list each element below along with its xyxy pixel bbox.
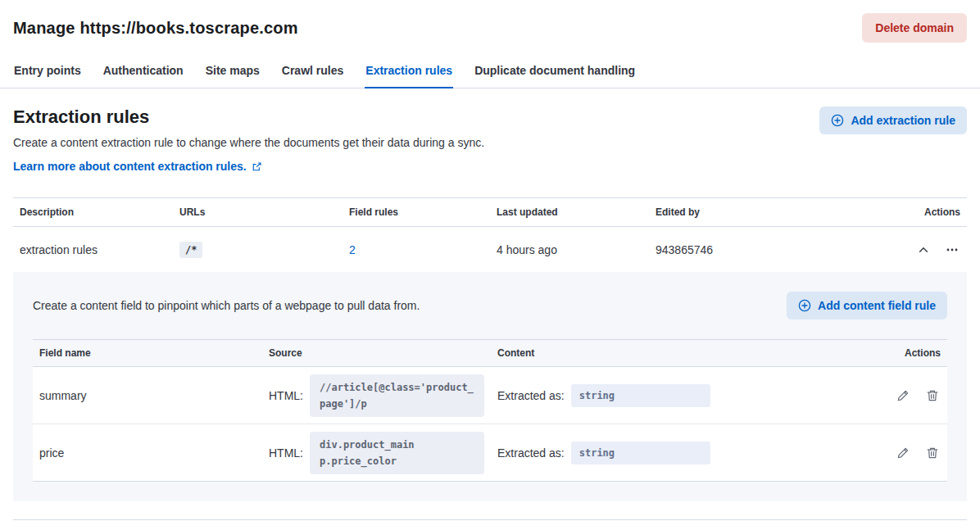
- field-row-actions: [873, 387, 947, 404]
- field-rules-panel: Create a content field to pinpoint which…: [13, 272, 967, 501]
- column-header-last-updated: Last updated: [490, 198, 649, 226]
- trash-icon: [926, 446, 939, 460]
- section-description: Create a content extraction rule to chan…: [13, 136, 484, 149]
- source-label: HTML:: [269, 446, 303, 460]
- edit-field-rule-button[interactable]: [895, 445, 911, 461]
- field-source-cell: HTML: div.product_main p.price_color: [262, 432, 491, 474]
- learn-more-link[interactable]: Learn more about content extraction rule…: [13, 160, 262, 173]
- pencil-icon: [896, 446, 910, 460]
- delete-field-rule-button[interactable]: [924, 387, 941, 404]
- add-extraction-rule-button[interactable]: Add extraction rule: [819, 106, 967, 134]
- rule-description: extraction rules: [13, 243, 173, 256]
- add-extraction-rule-label: Add extraction rule: [851, 114, 955, 127]
- field-content-cell: Extracted as: string: [491, 384, 873, 407]
- plus-circle-icon: [831, 114, 844, 127]
- rule-last-updated: 4 hours ago: [490, 243, 649, 256]
- ellipsis-icon: [946, 243, 959, 256]
- field-rules-panel-description: Create a content field to pinpoint which…: [33, 299, 420, 312]
- external-link-icon: [252, 161, 262, 172]
- source-selector-code: div.product_main p.price_color: [310, 432, 484, 474]
- extraction-rule-row: extraction rules /* 2 4 hours ago 943865…: [13, 227, 967, 272]
- page-title: Manage https://books.toscrape.com: [13, 19, 298, 38]
- extraction-rules-table: Description URLs Field rules Last update…: [13, 197, 967, 272]
- collapse-row-button[interactable]: [916, 242, 931, 257]
- field-content-cell: Extracted as: string: [491, 442, 873, 464]
- field-row-actions: [873, 445, 947, 461]
- url-pattern-badge: /*: [179, 242, 202, 258]
- source-selector-code: //article[@class='product_page']/p: [310, 374, 484, 417]
- bottom-divider: [13, 519, 967, 520]
- source-label: HTML:: [269, 389, 303, 402]
- column-header-content: Content: [491, 340, 873, 366]
- page-header: Manage https://books.toscrape.com Delete…: [0, 0, 980, 57]
- tab-extraction-rules[interactable]: Extraction rules: [365, 57, 453, 88]
- field-source-cell: HTML: //article[@class='product_page']/p: [262, 374, 491, 417]
- column-header-source: Source: [262, 340, 491, 366]
- field-name: summary: [33, 389, 262, 402]
- add-content-field-rule-button[interactable]: Add content field rule: [787, 292, 947, 319]
- trash-icon: [926, 389, 939, 402]
- rule-edited-by: 943865746: [649, 243, 869, 256]
- content-field-row: summary HTML: //article[@class='product_…: [33, 367, 947, 424]
- tab-entry-points[interactable]: Entry points: [13, 57, 82, 88]
- column-header-actions: Actions: [873, 340, 947, 366]
- section-header: Extraction rules Create a content extrac…: [13, 106, 967, 173]
- pencil-icon: [896, 389, 910, 402]
- field-rules-panel-header: Create a content field to pinpoint which…: [33, 292, 947, 319]
- row-actions-menu-button[interactable]: [944, 242, 960, 258]
- field-name: price: [33, 446, 262, 460]
- column-header-description: Description: [13, 198, 173, 226]
- content-fields-table-header: Field name Source Content Actions: [33, 339, 947, 367]
- tab-duplicate-document-handling[interactable]: Duplicate document handling: [474, 57, 636, 88]
- content-label: Extracted as:: [497, 446, 565, 460]
- main-content: Extraction rules Create a content extrac…: [0, 106, 980, 520]
- domain-tabs: Entry points Authentication Site maps Cr…: [0, 57, 980, 88]
- content-field-row: price HTML: div.product_main p.price_col…: [33, 424, 947, 482]
- content-type-badge: string: [571, 384, 710, 407]
- plus-circle-icon: [798, 299, 811, 312]
- tab-authentication[interactable]: Authentication: [102, 57, 184, 88]
- delete-domain-button[interactable]: Delete domain: [862, 13, 967, 43]
- add-content-field-rule-label: Add content field rule: [818, 299, 936, 312]
- edit-field-rule-button[interactable]: [895, 387, 911, 404]
- delete-field-rule-button[interactable]: [924, 445, 941, 461]
- column-header-field-rules: Field rules: [343, 198, 490, 226]
- extraction-rules-table-header: Description URLs Field rules Last update…: [13, 197, 967, 227]
- column-header-field-name: Field name: [33, 340, 262, 366]
- content-fields-table: Field name Source Content Actions summar…: [33, 339, 947, 482]
- section-title: Extraction rules: [13, 106, 484, 128]
- rule-row-actions: [869, 242, 967, 258]
- learn-more-link-label: Learn more about content extraction rule…: [13, 160, 247, 173]
- tab-site-maps[interactable]: Site maps: [205, 57, 261, 88]
- column-header-urls: URLs: [173, 198, 343, 226]
- column-header-edited-by: Edited by: [649, 198, 869, 226]
- tab-crawl-rules[interactable]: Crawl rules: [281, 57, 344, 88]
- section-header-text: Extraction rules Create a content extrac…: [13, 106, 484, 173]
- manage-domain-page: Manage https://books.toscrape.com Delete…: [0, 0, 980, 530]
- content-label: Extracted as:: [497, 389, 565, 402]
- chevron-up-icon: [918, 244, 929, 256]
- content-type-badge: string: [571, 442, 710, 464]
- column-header-actions: Actions: [869, 198, 967, 226]
- field-rules-count-link[interactable]: 2: [349, 243, 356, 256]
